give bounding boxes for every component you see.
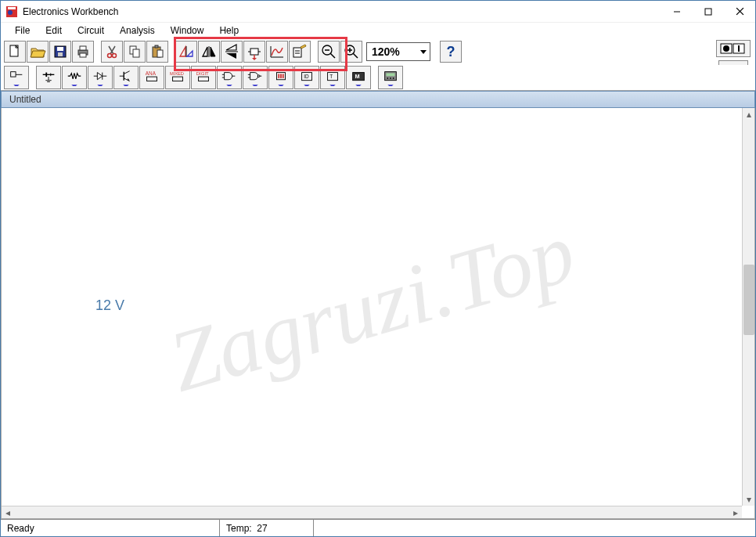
sources-button[interactable] — [36, 66, 61, 89]
menu-window[interactable]: Window — [163, 23, 212, 38]
zoom-in-button[interactable] — [340, 41, 362, 63]
instruments-button[interactable]: M — [346, 66, 371, 89]
document-titlebar[interactable]: Untitled — [1, 91, 755, 108]
statusbar: Ready Temp: 27 — [1, 519, 755, 536]
rotate-button[interactable] — [175, 41, 197, 63]
document-title: Untitled — [9, 94, 41, 105]
svg-point-109 — [393, 77, 394, 79]
analysis-graph-button[interactable] — [266, 41, 288, 63]
svg-rect-37 — [293, 48, 301, 57]
svg-rect-2 — [8, 7, 16, 9]
scroll-right-icon[interactable]: ▸ — [729, 506, 742, 519]
maximize-button[interactable] — [693, 1, 724, 22]
window-title: Electronics Workbench — [23, 6, 661, 17]
svg-marker-53 — [13, 85, 19, 86]
misc-button[interactable]: T — [320, 66, 345, 89]
workspace: Untitled Zagruzi.Top 12 V ▴ ▾ ◂ ▸ — [1, 90, 755, 519]
meters-button[interactable] — [378, 66, 403, 89]
app-icon — [5, 5, 18, 18]
svg-point-108 — [390, 77, 391, 79]
cut-button[interactable] — [101, 41, 123, 63]
svg-rect-13 — [80, 53, 86, 57]
diodes-button[interactable] — [88, 66, 113, 89]
flip-h-button[interactable] — [198, 41, 220, 63]
paste-button[interactable] — [146, 41, 168, 63]
svg-rect-22 — [157, 50, 163, 57]
transistors-button[interactable] — [113, 66, 139, 89]
svg-rect-32 — [250, 49, 258, 55]
logic-gates-button[interactable] — [217, 66, 242, 89]
svg-rect-92 — [278, 74, 279, 78]
svg-rect-9 — [57, 47, 63, 51]
components-toolbar: ANA MIXED DIGIT ID T M — [1, 65, 755, 90]
wire-tool-button[interactable] — [4, 66, 29, 89]
horizontal-scrollbar[interactable]: ◂ ▸ — [2, 506, 742, 518]
menubar: File Edit Circuit Analysis Window Help — [1, 23, 755, 38]
window-titlebar: Electronics Workbench — [1, 1, 755, 23]
svg-marker-90 — [252, 85, 257, 86]
svg-line-69 — [124, 71, 129, 74]
svg-point-16 — [108, 54, 112, 58]
svg-line-41 — [330, 53, 335, 58]
svg-marker-95 — [278, 85, 283, 86]
svg-rect-94 — [283, 74, 284, 78]
close-button[interactable] — [724, 1, 755, 22]
main-toolbar: 120% ? Pause — [1, 38, 755, 65]
svg-marker-36 — [252, 58, 257, 60]
zoom-out-button[interactable] — [318, 41, 340, 63]
svg-marker-98 — [304, 85, 309, 86]
vertical-scrollbar[interactable]: ▴ ▾ — [742, 108, 754, 506]
flip-v-button[interactable] — [221, 41, 243, 63]
svg-line-44 — [353, 53, 358, 58]
status-spacer — [314, 520, 755, 536]
svg-text:MIXED: MIXED — [170, 71, 184, 76]
svg-rect-74 — [147, 77, 157, 81]
new-file-button[interactable] — [4, 41, 26, 63]
zoom-select[interactable]: 120% — [366, 42, 430, 61]
svg-rect-12 — [80, 46, 86, 50]
voltage-label[interactable]: 12 V — [95, 297, 124, 314]
status-ready: Ready — [1, 520, 220, 536]
svg-marker-110 — [387, 85, 393, 86]
menu-edit[interactable]: Edit — [38, 23, 70, 38]
basic-button[interactable] — [62, 66, 87, 89]
component-props-button[interactable] — [289, 41, 311, 63]
copy-button[interactable] — [124, 41, 146, 63]
print-button[interactable] — [72, 41, 94, 63]
scroll-down-icon[interactable]: ▾ — [743, 493, 755, 506]
digital-button[interactable] — [243, 66, 268, 89]
menu-circuit[interactable]: Circuit — [70, 23, 112, 38]
save-button[interactable] — [49, 41, 71, 63]
menu-analysis[interactable]: Analysis — [112, 23, 163, 38]
svg-rect-93 — [280, 74, 282, 78]
svg-rect-10 — [58, 52, 63, 56]
svg-rect-19 — [133, 49, 139, 57]
scroll-thumb[interactable] — [743, 265, 754, 335]
status-temp: Temp: 27 — [220, 520, 314, 536]
svg-marker-29 — [226, 45, 236, 50]
svg-marker-85 — [226, 85, 232, 86]
zoom-value: 120% — [372, 45, 400, 58]
scroll-left-icon[interactable]: ◂ — [2, 506, 14, 519]
circuit-canvas[interactable]: Zagruzi.Top 12 V — [2, 108, 742, 506]
indicators-button[interactable] — [268, 66, 293, 89]
svg-marker-31 — [226, 53, 236, 59]
scroll-up-icon[interactable]: ▴ — [743, 108, 755, 121]
minimize-button[interactable] — [661, 1, 693, 22]
svg-point-17 — [113, 54, 117, 58]
svg-marker-28 — [211, 47, 215, 56]
svg-text:ID: ID — [304, 74, 309, 79]
mixed-ics-button[interactable]: MIXED — [165, 66, 190, 89]
controls-button[interactable]: ID — [294, 66, 319, 89]
help-button[interactable]: ? — [440, 41, 462, 63]
simulate-switch[interactable] — [716, 40, 751, 57]
svg-marker-61 — [71, 85, 77, 86]
menu-help[interactable]: Help — [211, 23, 247, 38]
svg-text:M: M — [355, 73, 359, 80]
subcircuit-button[interactable] — [243, 41, 265, 63]
analog-ics-button[interactable]: ANA — [139, 66, 164, 89]
chevron-down-icon — [420, 50, 427, 54]
menu-file[interactable]: File — [7, 23, 38, 38]
open-file-button[interactable] — [27, 41, 49, 63]
digital-ics-button[interactable]: DIGIT — [191, 66, 216, 89]
